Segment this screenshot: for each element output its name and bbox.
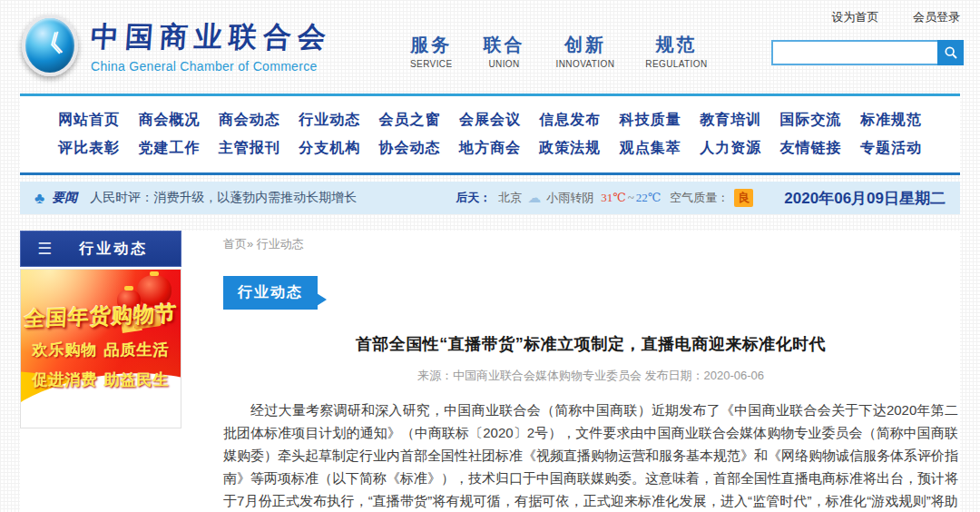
slogan-innovation[interactable]: 创新 INNOVATION — [556, 33, 615, 69]
nav-policies[interactable]: 政策法规 — [539, 133, 601, 162]
weather-temp-separator: ~ — [628, 191, 634, 205]
ticker-headline-link[interactable]: 人民时评：消费升级，以蓬勃内需推动长期增长 — [90, 190, 357, 206]
hamburger-menu-icon: ☰ — [37, 241, 52, 257]
breadcrumb-current: 行业动态 — [257, 237, 304, 251]
nav-info-release[interactable]: 信息发布 — [539, 105, 601, 133]
banner-slogan-1: 欢乐购物 品质生活 — [21, 340, 181, 360]
slogan-union[interactable]: 联合 UNION — [484, 33, 525, 69]
nav-hr[interactable]: 人力资源 — [700, 133, 761, 162]
weather-city: 北京 — [498, 190, 522, 206]
nav-industry-news[interactable]: 行业动态 — [299, 105, 360, 133]
nav-exhibitions[interactable]: 会展会议 — [459, 105, 521, 133]
page: 设为首页 会员登录 《 中国商业联合会 China General Chambe… — [0, 0, 980, 512]
header-slogan-nav: 服务 SERVICE 联合 UNION 创新 INNOVATION 规范 REG… — [410, 33, 739, 69]
ticker-label: 要闻 — [52, 190, 77, 206]
nav-chamber-overview[interactable]: 商会概况 — [138, 105, 200, 133]
weather-cloud-icon: ☁ — [527, 190, 541, 206]
nav-tech-quality[interactable]: 科技质量 — [620, 105, 681, 133]
nav-education[interactable]: 教育培训 — [700, 105, 761, 133]
nav-local-chambers[interactable]: 地方商会 — [459, 133, 521, 162]
breadcrumb-home-link[interactable]: 首页» — [223, 237, 253, 251]
article-title: 首部全国性“直播带货”标准立项制定，直播电商迎来标准化时代 — [223, 333, 958, 355]
nav-special-topics[interactable]: 专题活动 — [860, 133, 922, 162]
search-button[interactable] — [937, 40, 964, 65]
weather-temp-low: 22℃ — [636, 191, 662, 205]
nav-home[interactable]: 网站首页 — [58, 105, 120, 133]
nav-international[interactable]: 国际交流 — [780, 105, 842, 133]
site-subtitle: China General Chamber of Commerce — [91, 59, 332, 74]
weather-temp-high: 31℃ — [601, 191, 626, 205]
slogan-service[interactable]: 服务 SERVICE — [410, 33, 453, 69]
news-clover-icon: ♣ — [34, 191, 44, 206]
aqi-label: 空气质量： — [670, 190, 729, 206]
site-title: 中国商业联合会 — [90, 18, 334, 56]
nav-standards[interactable]: 标准规范 — [860, 105, 922, 133]
search-input[interactable] — [771, 40, 937, 65]
search-bar — [771, 40, 964, 65]
main-nav: 网站首页 商会概况 商会动态 行业动态 会员之窗 会展会议 信息发布 科技质量 … — [20, 94, 960, 175]
nav-publications[interactable]: 主管报刊 — [219, 133, 280, 162]
header: 《 中国商业联合会 China General Chamber of Comme… — [0, 0, 980, 94]
nav-chamber-news[interactable]: 商会动态 — [219, 105, 280, 133]
aqi-badge: 良 — [734, 189, 753, 207]
nav-member-window[interactable]: 会员之窗 — [379, 105, 441, 133]
nav-party-building[interactable]: 党建工作 — [138, 133, 200, 162]
content-area: ☰ 行业动态 全国年货购物节 欢乐购物 品质生活 促进消费 助益民生 首页» 行… — [20, 231, 960, 512]
banner-title: 全国年货购物节 — [20, 300, 181, 333]
nav-row-1: 网站首页 商会概况 商会动态 行业动态 会员之窗 会展会议 信息发布 科技质量 … — [58, 105, 922, 133]
sidebar: ☰ 行业动态 全国年货购物节 欢乐购物 品质生活 促进消费 助益民生 — [20, 231, 181, 512]
nav-branches[interactable]: 分支机构 — [299, 133, 360, 162]
search-icon — [944, 45, 958, 60]
article-body: 经过大量考察调研和深入研究，中国商业联合会（简称中国商联）近期发布了《中国商业联… — [223, 399, 958, 512]
logo-icon: 《 — [22, 15, 78, 76]
sidebar-header-label: 行业动态 — [79, 240, 148, 259]
slogan-regulation[interactable]: 规范 REGULATION — [645, 33, 707, 69]
nav-viewpoints[interactable]: 观点集萃 — [620, 133, 681, 162]
nav-association-news[interactable]: 协会动态 — [379, 133, 441, 162]
tab-industry-news[interactable]: 行业动态 — [223, 276, 318, 310]
nav-links[interactable]: 友情链接 — [780, 133, 842, 162]
promo-banner-shopping-festival[interactable]: 全国年货购物节 欢乐购物 品质生活 促进消费 助益民生 — [20, 269, 181, 428]
weather-day-label: 后天： — [456, 190, 491, 206]
sidebar-header-industry-news[interactable]: ☰ 行业动态 — [20, 231, 181, 267]
breadcrumb: 首页» 行业动态 — [223, 231, 958, 252]
current-date: 2020年06月09日星期二 — [784, 188, 946, 209]
logo-text: 中国商业联合会 China General Chamber of Commerc… — [91, 18, 332, 74]
weather-widget: 后天： 北京 ☁ 小雨转阴 31℃ ~ 22℃ 空气质量： 良 — [456, 189, 753, 207]
article-source-line: 来源：中国商业联合会媒体购物专业委员会 发布日期：2020-06-06 — [223, 368, 958, 384]
nav-row-2: 评比表彰 党建工作 主管报刊 分支机构 协会动态 地方商会 政策法规 观点集萃 … — [58, 133, 922, 162]
banner-slogan-2: 促进消费 助益民生 — [21, 369, 181, 390]
nav-awards[interactable]: 评比表彰 — [58, 133, 120, 162]
news-ticker-bar: ♣ 要闻 人民时评：消费升级，以蓬勃内需推动长期增长 后天： 北京 ☁ 小雨转阴… — [20, 182, 960, 214]
weather-condition: 小雨转阴 — [546, 190, 593, 206]
article-column: 首页» 行业动态 行业动态 首部全国性“直播带货”标准立项制定，直播电商迎来标准… — [223, 231, 960, 512]
site-logo[interactable]: 《 中国商业联合会 China General Chamber of Comme… — [22, 15, 332, 76]
